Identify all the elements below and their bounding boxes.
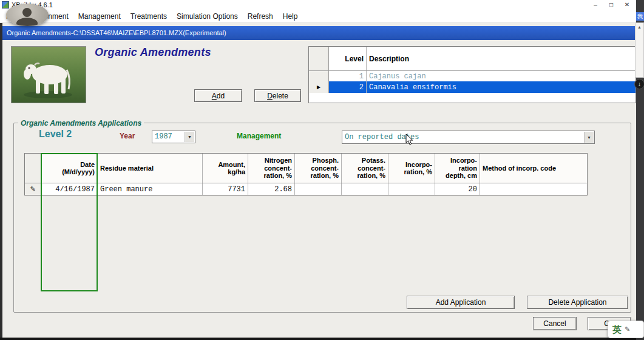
year-value: 1987 xyxy=(155,131,184,143)
incorporation-cell[interactable] xyxy=(388,183,435,195)
potass-column-header[interactable]: Potass. concent- ration, % xyxy=(342,154,388,183)
close-button[interactable]: ✕ xyxy=(619,0,635,10)
menu-management[interactable]: Management xyxy=(73,10,126,23)
level-column-header[interactable]: Level xyxy=(329,47,367,70)
application-row: ✎ 4/16/1987 Green manure 7731 2.68 20 xyxy=(25,183,587,195)
description-cell[interactable]: Canavalia ensiformis xyxy=(367,81,636,93)
level-cell[interactable]: 2 xyxy=(329,81,367,93)
side-toolbar: 我 ▲ ↓ xyxy=(636,0,644,340)
scrollbar[interactable]: ▲ xyxy=(635,22,644,78)
menu-help[interactable]: Help xyxy=(278,10,303,23)
window-titlebar: XBuild v 4.6.1 – □ ✕ xyxy=(0,0,636,10)
year-label: Year xyxy=(120,132,135,140)
levels-grid: Level Description 1 Cajanus cajan ▶ 2 Ca… xyxy=(308,46,636,103)
menu-treatments[interactable]: Treatments xyxy=(126,10,172,23)
date-column-header[interactable]: Date (M/d/yyyy) xyxy=(41,154,98,183)
cow-image xyxy=(11,46,86,103)
maximize-button[interactable]: □ xyxy=(603,0,619,10)
page-title: Organic Amendments xyxy=(95,46,211,59)
window-left-edge xyxy=(0,23,2,338)
translate-extension-icon[interactable]: 我 xyxy=(636,12,644,21)
delete-application-button[interactable]: Delete Application xyxy=(527,296,628,309)
phosph-column-header[interactable]: Phosph. concent- ration, % xyxy=(295,154,342,183)
level-row-1[interactable]: 1 Cajanus cajan xyxy=(309,71,636,81)
method-column-header[interactable]: Method of incorp. code xyxy=(480,154,587,183)
ime-pen-icon: ✎ xyxy=(625,325,630,333)
cancel-button[interactable]: Cancel xyxy=(533,317,577,330)
year-dropdown[interactable]: 1987 ▼ xyxy=(152,131,195,143)
description-column-header[interactable]: Description xyxy=(367,47,636,70)
amount-cell[interactable]: 7731 xyxy=(203,183,248,195)
level-cell[interactable]: 1 xyxy=(329,71,367,81)
potass-cell[interactable] xyxy=(342,183,388,195)
download-icon[interactable]: ↓ xyxy=(634,79,644,89)
add-level-button[interactable]: Add xyxy=(194,89,242,102)
menubar: File Environment Management Treatments S… xyxy=(0,10,636,23)
ime-indicator[interactable]: 英 ✎ xyxy=(608,321,644,338)
residue-column-header[interactable]: Residue material xyxy=(98,154,203,183)
applications-table: Date (M/d/yyyy) Residue material Amount,… xyxy=(24,153,588,195)
applications-group-title: Organic Amendments Applications xyxy=(18,119,144,127)
applications-groupbox xyxy=(13,123,631,313)
app-icon xyxy=(2,1,9,8)
depth-column-header[interactable]: Incorpo- ration depth, cm xyxy=(435,154,480,183)
incorporation-column-header[interactable]: Incorpo- ration, % xyxy=(388,154,435,183)
management-value: On reported dates xyxy=(345,131,583,143)
levels-grid-header: Level Description xyxy=(309,47,636,71)
current-row-arrow-icon[interactable]: ▶ xyxy=(309,81,329,93)
ime-language-label: 英 xyxy=(612,325,622,334)
levels-grid-corner xyxy=(309,47,329,70)
minimize-button[interactable]: – xyxy=(588,0,603,10)
amount-column-header[interactable]: Amount, kg/ha xyxy=(203,154,248,183)
corner-cell xyxy=(25,154,41,183)
row-selector[interactable] xyxy=(309,71,329,81)
scroll-up-icon[interactable]: ▲ xyxy=(636,23,643,29)
method-cell[interactable] xyxy=(480,183,587,195)
mouse-cursor xyxy=(405,134,413,148)
edit-pencil-icon[interactable]: ✎ xyxy=(25,183,41,195)
level-row-2-selected[interactable]: ▶ 2 Canavalia ensiformis xyxy=(309,81,636,93)
document-caption: Organic Amendments-C:\DSSAT46\MAIZE\EBPL… xyxy=(2,26,636,40)
menu-simulation-options[interactable]: Simulation Options xyxy=(172,10,243,23)
management-dropdown[interactable]: On reported dates ▼ xyxy=(342,131,595,144)
xbuild-window: XBuild v 4.6.1 – □ ✕ File Environment Ma… xyxy=(0,0,636,338)
applications-table-header: Date (M/d/yyyy) Residue material Amount,… xyxy=(25,154,587,183)
chevron-down-icon[interactable]: ▼ xyxy=(185,132,194,142)
add-application-button[interactable]: Add Application xyxy=(407,296,515,309)
residue-cell[interactable]: Green manure xyxy=(98,183,203,195)
date-cell[interactable]: 4/16/1987 xyxy=(41,183,98,195)
delete-level-button[interactable]: Delete xyxy=(254,89,301,102)
chevron-down-icon[interactable]: ▼ xyxy=(584,132,594,143)
management-label: Management xyxy=(237,132,281,140)
menu-refresh[interactable]: Refresh xyxy=(243,10,278,23)
nitrogen-cell[interactable]: 2.68 xyxy=(248,183,295,195)
depth-cell[interactable]: 20 xyxy=(435,183,480,195)
phosph-cell[interactable] xyxy=(295,183,342,195)
current-level-label: Level 2 xyxy=(39,129,72,140)
webcam-overlay xyxy=(6,4,49,26)
nitrogen-column-header[interactable]: Nitrogen concent- ration, % xyxy=(248,154,295,183)
description-cell[interactable]: Cajanus cajan xyxy=(367,71,636,81)
person-silhouette xyxy=(22,8,32,17)
